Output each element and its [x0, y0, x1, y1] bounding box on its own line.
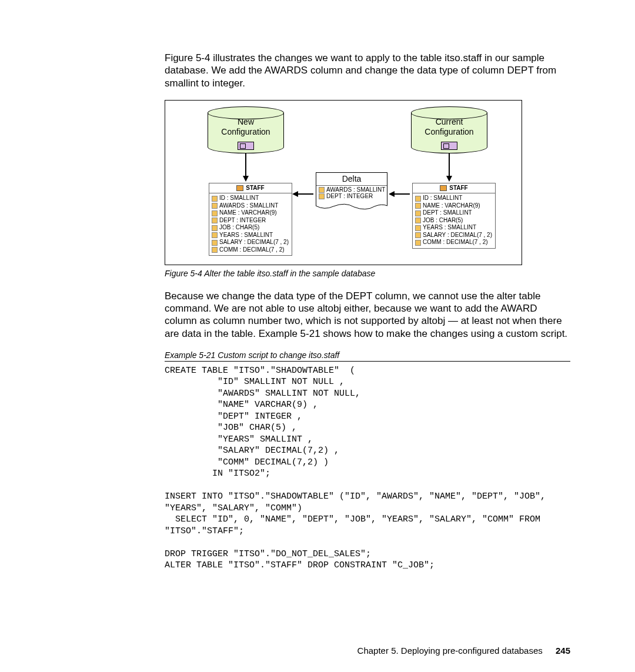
- column-text: SALARY : DECIMAL(7 , 2): [423, 232, 492, 238]
- mid-paragraph: Because we change the data type of the D…: [165, 290, 570, 340]
- column-icon: [212, 232, 218, 238]
- column-row: SALARY : DECIMAL(7 , 2): [415, 232, 493, 239]
- column-icon: [415, 232, 421, 238]
- arrow-left-icon: [389, 191, 395, 197]
- column-text: SALARY : DECIMAL(7 , 2): [219, 239, 289, 245]
- column-row: YEARS : SMALLINT: [415, 224, 493, 232]
- staff-table-current: STAFF ID : SMALLINTNAME : VARCHAR(9)DEPT…: [412, 183, 496, 249]
- arrow-down-icon: [243, 176, 249, 182]
- column-text: JOB : CHAR(5): [219, 224, 259, 230]
- db-cylinder-current: Current Configuration: [411, 106, 487, 153]
- column-icon: [212, 203, 218, 209]
- column-text: ID : SMALLINT: [423, 195, 462, 201]
- table-icon: [236, 185, 243, 191]
- column-row: AWARDS : SMALLINT: [212, 202, 289, 210]
- column-row: NAME : VARCHAR(9): [415, 202, 493, 210]
- column-icon: [319, 187, 325, 193]
- column-row: NAME : VARCHAR(9): [212, 209, 289, 217]
- example-rule: [165, 361, 570, 362]
- arrow-down-icon: [446, 176, 452, 182]
- column-row: JOB : CHAR(5): [212, 224, 289, 232]
- column-text: DEPT : INTEGER: [326, 193, 373, 199]
- column-icon: [212, 247, 218, 253]
- column-icon: [319, 193, 325, 199]
- page-footer: Chapter 5. Deploying pre-configured data…: [357, 646, 570, 656]
- column-icon: [415, 240, 421, 246]
- column-text: COMM : DECIMAL(7 , 2): [423, 239, 488, 245]
- table-icon: [440, 185, 447, 191]
- column-text: AWARDS : SMALLINT: [326, 186, 385, 193]
- column-icon: [212, 196, 218, 202]
- column-text: NAME : VARCHAR(9): [219, 209, 277, 216]
- column-icon: [212, 240, 218, 246]
- column-text: COMM : DECIMAL(7 , 2): [219, 246, 285, 253]
- db-cylinder-new: New Configuration: [208, 106, 284, 153]
- column-row: COMM : DECIMAL(7 , 2): [415, 239, 493, 246]
- current-config-label: Current Configuration: [411, 117, 487, 137]
- column-icon: [415, 203, 421, 209]
- staff-table-new: STAFF ID : SMALLINTAWARDS : SMALLINTNAME…: [209, 183, 292, 256]
- delta-label: Delta: [316, 173, 387, 186]
- column-text: DEPT : SMALLINT: [423, 209, 472, 216]
- column-row: ID : SMALLINT: [415, 195, 493, 202]
- column-icon: [415, 225, 421, 231]
- column-text: YEARS : SMALLINT: [423, 224, 476, 230]
- column-icon: [212, 218, 218, 223]
- column-row: SALARY : DECIMAL(7 , 2): [212, 239, 289, 246]
- column-text: DEPT : INTEGER: [219, 217, 266, 223]
- figure-5-4: New Configuration Current Configuration …: [165, 100, 522, 265]
- chapter-label: Chapter 5. Deploying pre-configured data…: [357, 646, 543, 656]
- column-icon: [212, 225, 218, 231]
- page-number: 245: [556, 646, 570, 656]
- column-text: YEARS : SMALLINT: [219, 232, 273, 238]
- column-row: AWARDS : SMALLINT: [319, 186, 385, 193]
- new-config-label: New Configuration: [208, 117, 284, 137]
- column-row: DEPT : INTEGER: [212, 217, 289, 225]
- arrow-left-icon: [292, 191, 298, 197]
- example-caption: Example 5-21 Custom script to change its…: [165, 350, 570, 360]
- column-text: AWARDS : SMALLINT: [219, 202, 278, 209]
- column-row: DEPT : INTEGER: [319, 193, 385, 199]
- figure-caption: Figure 5-4 Alter the table itso.staff in…: [165, 269, 570, 278]
- db-table-icon: [238, 142, 254, 150]
- example-code: CREATE TABLE "ITSO"."SHADOWTABLE" ( "ID"…: [165, 365, 570, 571]
- table-title: STAFF: [246, 185, 264, 191]
- column-icon: [415, 218, 421, 223]
- column-row: ID : SMALLINT: [212, 195, 289, 202]
- column-text: JOB : CHAR(5): [423, 217, 463, 223]
- column-row: YEARS : SMALLINT: [212, 232, 289, 239]
- db-table-icon: [441, 142, 457, 150]
- column-text: NAME : VARCHAR(9): [423, 202, 480, 209]
- column-row: COMM : DECIMAL(7 , 2): [212, 246, 289, 254]
- intro-paragraph: Figure 5-4 illustrates the changes we wa…: [165, 52, 570, 89]
- column-icon: [212, 210, 218, 216]
- table-title: STAFF: [449, 185, 467, 191]
- column-text: ID : SMALLINT: [219, 195, 259, 201]
- column-icon: [415, 196, 421, 202]
- column-row: DEPT : SMALLINT: [415, 209, 493, 217]
- column-row: JOB : CHAR(5): [415, 217, 493, 225]
- delta-box: Delta AWARDS : SMALLINTDEPT : INTEGER: [316, 172, 387, 206]
- column-icon: [415, 210, 421, 216]
